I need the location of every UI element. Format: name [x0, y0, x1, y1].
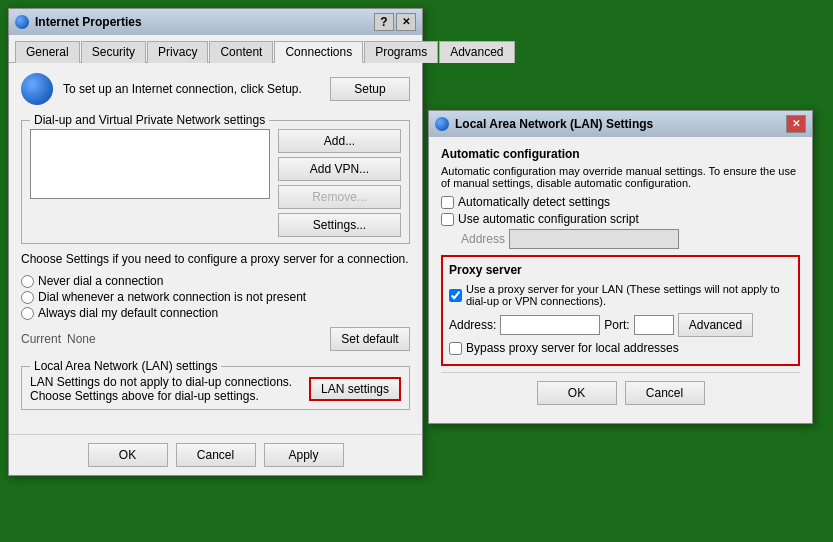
- auto-detect-checkbox[interactable]: [441, 196, 454, 209]
- radio-whenever-label: Dial whenever a network connection is no…: [38, 290, 306, 304]
- radio-never[interactable]: [21, 275, 34, 288]
- proxy-checkbox-row: Use a proxy server for your LAN (These s…: [449, 283, 792, 307]
- radio-whenever[interactable]: [21, 291, 34, 304]
- radio-always-label: Always dial my default connection: [38, 306, 218, 320]
- choose-settings-text: Choose Settings if you need to configure…: [21, 252, 410, 266]
- proxy-port-label: Port:: [604, 318, 629, 332]
- help-button[interactable]: ?: [374, 13, 394, 31]
- radio-never-label: Never dial a connection: [38, 274, 163, 288]
- radio-always[interactable]: [21, 307, 34, 320]
- cancel-button[interactable]: Cancel: [176, 443, 256, 467]
- proxy-address-input[interactable]: [500, 315, 600, 335]
- internet-props-titlebar: Internet Properties ? ✕: [9, 9, 422, 35]
- radio-group: Never dial a connection Dial whenever a …: [21, 270, 410, 324]
- radio-row-0: Never dial a connection: [21, 274, 410, 288]
- lan-settings-content: Automatic configuration Automatic config…: [429, 137, 812, 423]
- close-button[interactable]: ✕: [396, 13, 416, 31]
- proxy-section-title: Proxy server: [449, 263, 792, 277]
- proxy-addr-row: Address: Port: Advanced: [449, 313, 792, 337]
- lan-ok-button[interactable]: OK: [537, 381, 617, 405]
- lan-settings-title: Local Area Network (LAN) Settings: [455, 117, 653, 131]
- lan-settings-dialog: Local Area Network (LAN) Settings ✕ Auto…: [428, 110, 813, 424]
- set-default-button[interactable]: Set default: [330, 327, 410, 351]
- proxy-port-input[interactable]: [634, 315, 674, 335]
- radio-row-2: Always dial my default connection: [21, 306, 410, 320]
- tab-security[interactable]: Security: [81, 41, 146, 63]
- setup-text: To set up an Internet connection, click …: [63, 82, 320, 96]
- ok-button[interactable]: OK: [88, 443, 168, 467]
- dialup-legend: Dial-up and Virtual Private Network sett…: [30, 113, 269, 127]
- address-top-row: Address: [441, 229, 800, 249]
- tab-general[interactable]: General: [15, 41, 80, 63]
- tab-advanced[interactable]: Advanced: [439, 41, 514, 63]
- ie-icon: [15, 15, 29, 29]
- setup-row: To set up an Internet connection, click …: [21, 73, 410, 105]
- settings-button[interactable]: Settings...: [278, 213, 401, 237]
- internet-properties-window: Internet Properties ? ✕ General Security…: [8, 8, 423, 476]
- lan-cancel-button[interactable]: Cancel: [625, 381, 705, 405]
- tab-content[interactable]: Content: [209, 41, 273, 63]
- dialup-buttons: Add... Add VPN... Remove... Settings...: [278, 129, 401, 237]
- bypass-checkbox[interactable]: [449, 342, 462, 355]
- auto-config-title: Automatic configuration: [441, 147, 800, 161]
- advanced-button[interactable]: Advanced: [678, 313, 753, 337]
- auto-config-description: Automatic configuration may override man…: [441, 165, 800, 189]
- bypass-label: Bypass proxy server for local addresses: [466, 341, 679, 355]
- tab-privacy[interactable]: Privacy: [147, 41, 208, 63]
- current-label: Current: [21, 332, 61, 346]
- lan-settings-button[interactable]: LAN settings: [309, 377, 401, 401]
- internet-props-title: Internet Properties: [35, 15, 142, 29]
- lan-content: LAN Settings do not apply to dial-up con…: [30, 375, 401, 403]
- current-value: None: [67, 332, 96, 346]
- lan-settings-bottom-buttons: OK Cancel: [441, 372, 800, 413]
- tab-bar: General Security Privacy Content Connect…: [9, 35, 422, 63]
- lan-ie-icon: [435, 117, 449, 131]
- tab-connections[interactable]: Connections: [274, 41, 363, 63]
- lan-close-button[interactable]: ✕: [786, 115, 806, 133]
- current-row: Current None Set default: [21, 327, 410, 351]
- dialup-list[interactable]: [30, 129, 270, 199]
- ie-globe-icon: [21, 73, 53, 105]
- auto-config-section: Automatic configuration Automatic config…: [441, 147, 800, 249]
- apply-button[interactable]: Apply: [264, 443, 344, 467]
- proxy-address-label: Address:: [449, 318, 496, 332]
- add-vpn-button[interactable]: Add VPN...: [278, 157, 401, 181]
- lan-section: Local Area Network (LAN) settings LAN Se…: [21, 359, 410, 410]
- lan-legend: Local Area Network (LAN) settings: [30, 359, 221, 373]
- proxy-checkbox-label: Use a proxy server for your LAN (These s…: [466, 283, 792, 307]
- tab-programs[interactable]: Programs: [364, 41, 438, 63]
- remove-button[interactable]: Remove...: [278, 185, 401, 209]
- proxy-checkbox[interactable]: [449, 289, 462, 302]
- internet-props-bottom-buttons: OK Cancel Apply: [9, 434, 422, 475]
- lan-settings-titlebar: Local Area Network (LAN) Settings ✕: [429, 111, 812, 137]
- auto-script-row: Use automatic configuration script: [441, 212, 800, 226]
- proxy-server-section: Proxy server Use a proxy server for your…: [441, 255, 800, 366]
- address-top-label: Address: [461, 232, 505, 246]
- address-top-input: [509, 229, 679, 249]
- lan-description: LAN Settings do not apply to dial-up con…: [30, 375, 299, 403]
- connections-tab-content: To set up an Internet connection, click …: [9, 63, 422, 428]
- setup-button[interactable]: Setup: [330, 77, 410, 101]
- auto-script-checkbox[interactable]: [441, 213, 454, 226]
- radio-row-1: Dial whenever a network connection is no…: [21, 290, 410, 304]
- auto-detect-label: Automatically detect settings: [458, 195, 610, 209]
- dialup-section: Dial-up and Virtual Private Network sett…: [21, 113, 410, 244]
- bypass-checkbox-row: Bypass proxy server for local addresses: [449, 341, 792, 355]
- dialup-content: Add... Add VPN... Remove... Settings...: [30, 129, 401, 237]
- add-button[interactable]: Add...: [278, 129, 401, 153]
- auto-detect-row: Automatically detect settings: [441, 195, 800, 209]
- auto-script-label: Use automatic configuration script: [458, 212, 639, 226]
